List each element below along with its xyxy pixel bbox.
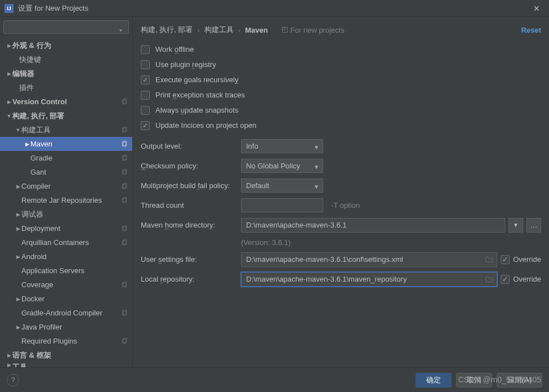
sidebar-item[interactable]: ▶Version Control: [0, 95, 132, 109]
cancel-button[interactable]: 取消: [456, 373, 492, 387]
sidebar-item[interactable]: Gradle: [0, 151, 132, 165]
use-plugin-registry-checkbox[interactable]: Use plugin registry: [141, 57, 541, 72]
user-settings-label: User settings file:: [141, 255, 241, 264]
print-exception-checkbox[interactable]: Print exception stack traces: [141, 87, 541, 103]
multiproject-fail-select[interactable]: Default▼: [241, 179, 323, 193]
chevron-right-icon: ▶: [6, 71, 12, 77]
maven-version-note: (Version: 3.6.1): [241, 235, 291, 250]
per-project-icon: [121, 169, 128, 176]
sidebar-item-label: Gradle: [30, 154, 121, 162]
sidebar-item-label: 调试器: [21, 210, 128, 220]
checkbox-icon: [141, 75, 150, 84]
checksum-policy-select[interactable]: No Global Policy▼: [241, 159, 323, 173]
sidebar-item[interactable]: ▼构建, 执行, 部署: [0, 109, 132, 123]
update-indices-checkbox[interactable]: Update Incices on project open: [141, 118, 541, 133]
reset-link[interactable]: Reset: [521, 26, 541, 34]
sidebar-item-label: Version Control: [12, 97, 121, 106]
sidebar-item[interactable]: ▶编辑器: [0, 66, 132, 81]
ok-button[interactable]: 确定: [416, 373, 452, 387]
sidebar-item[interactable]: ▶Docker: [0, 292, 132, 306]
user-settings-override-checkbox[interactable]: Override: [501, 255, 541, 264]
search-options-icon[interactable]: ▾: [119, 27, 122, 33]
maven-home-dropdown-button[interactable]: ▼: [508, 218, 523, 233]
output-level-select[interactable]: Info▼: [241, 139, 323, 153]
chevron-down-icon: ▼: [6, 113, 12, 119]
sidebar-item-label: Android: [21, 252, 128, 261]
checkbox-icon: [501, 275, 510, 284]
sidebar-item[interactable]: Gant: [0, 165, 132, 179]
sidebar-item[interactable]: ▶Maven: [0, 137, 132, 151]
checkbox-icon: [501, 255, 510, 264]
sidebar-item[interactable]: Arquillian Containers: [0, 235, 132, 250]
chevron-down-icon: ▼: [15, 127, 21, 133]
maven-home-input[interactable]: D:\maven\apache-maven-3.6.1: [241, 218, 505, 233]
sidebar-item-label: 编辑器: [12, 69, 128, 79]
sidebar-item-label: Docker: [21, 295, 128, 303]
sidebar-item-label: Maven: [30, 140, 121, 148]
apply-button[interactable]: 应用(A): [497, 373, 542, 387]
per-project-icon: [121, 127, 128, 133]
local-repository-override-checkbox[interactable]: Override: [501, 275, 541, 284]
output-level-label: Output level:: [141, 142, 241, 150]
settings-tree: ▶外观 & 行为快捷键▶编辑器插件▶Version Control▼构建, 执行…: [0, 38, 132, 367]
folder-icon[interactable]: [485, 275, 493, 283]
sidebar-item[interactable]: ▶Java Profiler: [0, 320, 132, 334]
per-project-icon: [121, 282, 128, 288]
sidebar-item[interactable]: ▶工具: [0, 362, 132, 367]
checkbox-icon: [141, 106, 150, 115]
chevron-right-icon: ›: [197, 26, 199, 34]
local-repository-label: Local repository:: [141, 275, 241, 283]
help-button[interactable]: ?: [7, 374, 19, 386]
chevron-down-icon: ▼: [314, 164, 319, 170]
chevron-right-icon: ▶: [6, 99, 12, 105]
per-project-icon: [121, 155, 128, 162]
checkbox-icon: [141, 60, 150, 69]
maven-home-browse-button[interactable]: …: [526, 218, 541, 233]
multiproject-fail-label: Multiproject build fail policy:: [141, 181, 241, 190]
sidebar-item-label: Coverage: [21, 280, 121, 289]
always-update-checkbox[interactable]: Always update snapshots: [141, 103, 541, 118]
per-project-icon: [121, 99, 128, 105]
crumb-0[interactable]: 构建, 执行, 部署: [141, 25, 193, 35]
app-icon: IJ: [5, 4, 14, 13]
sidebar-item[interactable]: Remote Jar Repositories: [0, 193, 132, 207]
sidebar-item[interactable]: Coverage: [0, 278, 132, 292]
execute-goals-checkbox[interactable]: Execute goals recursively: [141, 72, 541, 87]
thread-hint: -T option: [331, 201, 360, 210]
work-offline-checkbox[interactable]: Work offline: [141, 42, 541, 57]
search-input[interactable]: [3, 20, 129, 34]
close-icon[interactable]: ✕: [529, 4, 544, 13]
crumb-1[interactable]: 构建工具: [204, 25, 234, 35]
sidebar-item[interactable]: ▼构建工具: [0, 123, 132, 137]
sidebar-item-label: 构建, 执行, 部署: [12, 111, 128, 121]
checksum-policy-label: Checksum policy:: [141, 162, 241, 170]
local-repository-input[interactable]: D:\maven\apache-maven-3.6.1\maven_reposi…: [241, 272, 497, 287]
sidebar-item-label: 插件: [19, 83, 128, 93]
sidebar-item-label: 构建工具: [21, 125, 121, 135]
chevron-right-icon: ▶: [15, 254, 21, 260]
sidebar-item[interactable]: Required Plugins: [0, 334, 132, 348]
sidebar-item[interactable]: 插件: [0, 81, 132, 95]
folder-icon[interactable]: [485, 256, 493, 264]
thread-count-input[interactable]: [241, 198, 323, 212]
chevron-right-icon: ▶: [6, 362, 12, 367]
sidebar-item[interactable]: ▶调试器: [0, 207, 132, 221]
sidebar-item-label: Deployment: [21, 224, 121, 233]
sidebar-item-label: Gradle-Android Compiler: [21, 309, 121, 317]
sidebar-item[interactable]: ▶语言 & 框架: [0, 348, 132, 362]
sidebar-item[interactable]: ▶外观 & 行为: [0, 38, 132, 52]
per-project-icon: [121, 183, 128, 190]
per-project-icon: [121, 225, 128, 232]
sidebar-item-label: Java Profiler: [21, 323, 128, 331]
chevron-down-icon: ▼: [314, 184, 319, 190]
sidebar-item-label: Compiler: [21, 182, 121, 190]
sidebar-item[interactable]: ▶Deployment: [0, 221, 132, 235]
sidebar-item[interactable]: Gradle-Android Compiler: [0, 306, 132, 320]
sidebar-item[interactable]: Application Servers: [0, 264, 132, 278]
sidebar-item[interactable]: ▶Android: [0, 250, 132, 264]
for-new-projects-label: For new projects: [282, 26, 345, 34]
user-settings-input[interactable]: D:\maven\apache-maven-3.6.1\conf\setting…: [241, 252, 497, 267]
chevron-right-icon: ▶: [15, 296, 21, 302]
sidebar-item[interactable]: 快捷键: [0, 52, 132, 66]
sidebar-item[interactable]: ▶Compiler: [0, 179, 132, 193]
